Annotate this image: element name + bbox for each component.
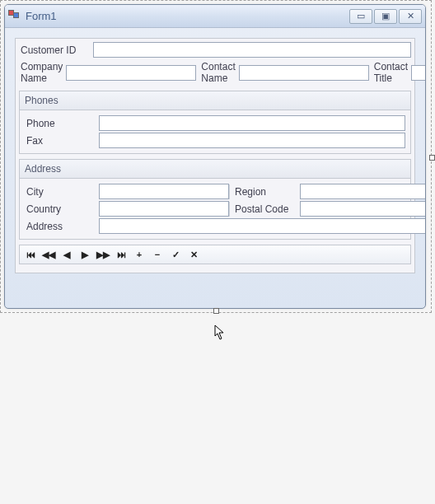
region-input[interactable] [300, 184, 426, 199]
cursor-icon [214, 324, 226, 341]
postal-code-input[interactable] [300, 201, 426, 217]
phone-label: Phone [25, 116, 99, 131]
postal-code-label: Postal Code [229, 202, 300, 217]
customer-id-input[interactable] [93, 42, 411, 58]
fax-label: Fax [25, 133, 99, 148]
address-input[interactable] [99, 218, 426, 234]
nav-add-button[interactable]: + [130, 246, 148, 263]
nav-end-edit-button[interactable]: ✓ [166, 246, 185, 263]
titlebar: Form1 ▭ ▣ ✕ [5, 5, 425, 28]
close-button[interactable]: ✕ [399, 9, 422, 24]
contact-title-label: Contact Title [369, 59, 411, 86]
resize-handle-south[interactable] [213, 308, 219, 314]
nav-first-button[interactable]: ⏮ [21, 246, 40, 263]
contact-name-input[interactable] [239, 65, 369, 81]
nav-prev-button[interactable]: ◀ [58, 246, 76, 263]
minimize-button[interactable]: ▭ [349, 9, 372, 24]
resize-handle-east[interactable] [429, 155, 435, 161]
country-label: Country [25, 202, 99, 217]
maximize-button[interactable]: ▣ [374, 9, 397, 24]
company-name-input[interactable] [66, 65, 196, 81]
nav-last-button[interactable]: ⏭ [112, 246, 130, 263]
city-input[interactable] [99, 184, 229, 199]
phones-group: Phones Phone Fax [19, 91, 411, 154]
address-group: Address City Region Country Postal Code … [19, 159, 411, 240]
contact-name-label: Contact Name [196, 59, 238, 86]
form-icon [8, 10, 21, 23]
address-group-title: Address [20, 160, 410, 179]
company-name-label: Company Name [19, 59, 66, 86]
nav-fast-fwd-button[interactable]: ▶▶ [94, 246, 112, 263]
data-navigator: ⏮ ◀◀ ◀ ▶ ▶▶ ⏭ + − ✓ ✕ [19, 245, 411, 264]
contact-title-input[interactable] [411, 65, 426, 81]
designer-surface: Form1 ▭ ▣ ✕ Customer ID Company Name Con… [0, 0, 432, 313]
city-label: City [25, 184, 99, 199]
form-window: Form1 ▭ ▣ ✕ Customer ID Company Name Con… [4, 4, 426, 309]
nav-delete-button[interactable]: − [148, 246, 166, 263]
client-area: Customer ID Company Name Contact Name Co… [5, 28, 425, 283]
phone-input[interactable] [99, 115, 405, 131]
window-title: Form1 [26, 10, 349, 22]
region-label: Region [229, 184, 300, 199]
country-input[interactable] [99, 201, 229, 217]
customer-id-label: Customer ID [19, 43, 93, 58]
nav-next-button[interactable]: ▶ [76, 246, 94, 263]
fax-input[interactable] [99, 133, 405, 148]
layout-control: Customer ID Company Name Contact Name Co… [15, 38, 415, 273]
address-label: Address [25, 219, 99, 234]
nav-fast-back-button[interactable]: ◀◀ [40, 246, 58, 263]
nav-cancel-button[interactable]: ✕ [185, 246, 203, 263]
phones-group-title: Phones [20, 91, 410, 110]
